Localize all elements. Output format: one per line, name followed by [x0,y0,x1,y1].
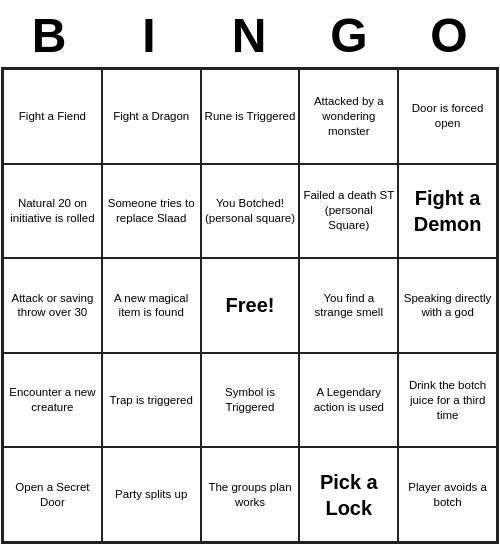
bingo-cell-24: Player avoids a botch [398,447,497,542]
bingo-cell-6: Someone tries to replace Slaad [102,164,201,259]
bingo-cell-21: Party splits up [102,447,201,542]
bingo-letter-B: B [5,8,95,63]
bingo-cell-9: Fight a Demon [398,164,497,259]
bingo-cell-10: Attack or saving throw over 30 [3,258,102,353]
bingo-cell-14: Speaking directly with a god [398,258,497,353]
bingo-cell-13: You find a strange smell [299,258,398,353]
bingo-letter-N: N [205,8,295,63]
bingo-cell-23: Pick a Lock [299,447,398,542]
bingo-letter-O: O [405,8,495,63]
bingo-cell-17: Symbol is Triggered [201,353,300,448]
bingo-cell-2: Rune is Triggered [201,69,300,164]
bingo-cell-15: Encounter a new creature [3,353,102,448]
bingo-cell-8: Failed a death ST (personal Square) [299,164,398,259]
bingo-cell-19: Drink the botch juice for a third time [398,353,497,448]
bingo-cell-1: Fight a Dragon [102,69,201,164]
bingo-cell-16: Trap is triggered [102,353,201,448]
bingo-cell-18: A Legendary action is used [299,353,398,448]
bingo-cell-22: The groups plan works [201,447,300,542]
bingo-header: BINGO [0,0,500,67]
bingo-cell-11: A new magical item is found [102,258,201,353]
bingo-cell-20: Open a Secret Door [3,447,102,542]
bingo-cell-3: Attacked by a wondering monster [299,69,398,164]
bingo-cell-4: Door is forced open [398,69,497,164]
bingo-cell-7: You Botched! (personal square) [201,164,300,259]
bingo-cell-12: Free! [201,258,300,353]
bingo-cell-5: Natural 20 on initiative is rolled [3,164,102,259]
bingo-letter-G: G [305,8,395,63]
bingo-letter-I: I [105,8,195,63]
bingo-cell-0: Fight a Fiend [3,69,102,164]
bingo-grid: Fight a FiendFight a DragonRune is Trigg… [1,67,499,544]
